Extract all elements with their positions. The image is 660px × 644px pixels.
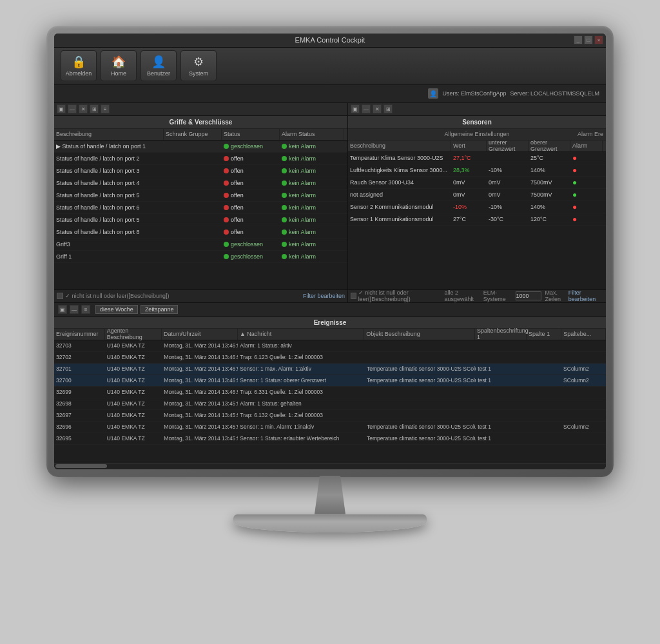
sensor-td-wert: 27°C	[451, 213, 487, 225]
sensoren-row[interactable]: Rauch Sensor 3000-U34 0mV 0mV 7500mV ●	[348, 177, 606, 189]
ereignisse-row[interactable]: 32700 U140 EMKA TZ Montag, 31. März 2014…	[54, 375, 606, 387]
ereig-td-spalte1	[476, 398, 527, 409]
griffe-filter-btn[interactable]: Filter bearbeiten	[303, 293, 345, 299]
scrollbar-thumb[interactable]	[55, 464, 107, 468]
griffe-td-status: offen	[222, 165, 280, 177]
ereig-td-spalte1: test 1	[476, 433, 527, 444]
alarm-dot	[282, 254, 287, 259]
griffe-tb-icon-5[interactable]: ≡	[101, 104, 110, 113]
ereig-tb-icon-2[interactable]: —	[70, 305, 79, 314]
close-button[interactable]: ×	[594, 35, 603, 44]
ereig-td-spalte1: test 1	[476, 375, 527, 386]
ereig-td-datum: Montag, 31. März 2014 13:45:55	[162, 398, 238, 409]
griffe-row[interactable]: Status of handle / latch on port 4 offen…	[54, 177, 347, 190]
sensoren-elm-input[interactable]	[516, 291, 541, 300]
ereignisse-row[interactable]: 32696 U140 EMKA TZ Montag, 31. März 2014…	[54, 422, 606, 433]
ereig-td-spalte	[527, 375, 561, 386]
th-status: Status	[222, 129, 280, 140]
alarm-dot	[282, 144, 287, 149]
ereignisse-row[interactable]: 32701 U140 EMKA TZ Montag, 31. März 2014…	[54, 364, 606, 375]
sensoren-row[interactable]: Luftfeuchtigkeits Klima Sensor 3000... 2…	[348, 164, 606, 177]
sensoren-row[interactable]: Sensor 2 Kommunikationsmodul -10% -10% 1…	[348, 201, 606, 213]
minimize-button[interactable]: _	[574, 35, 583, 44]
sensor-td-beschreibung: Rauch Sensor 3000-U34	[348, 177, 451, 188]
griffe-tb-icon-4[interactable]: ⊞	[90, 104, 99, 113]
abmelden-button[interactable]: 🔒 Abmelden	[61, 50, 97, 81]
sensor-td-beschreibung: Luftfeuchtigkeits Klima Sensor 3000...	[348, 164, 451, 176]
sensoren-row[interactable]: not assigned 0mV 0mV 7500mV ●	[348, 189, 606, 201]
sensoren-filter-btn[interactable]: Filter bearbeiten	[568, 289, 603, 302]
status-dot	[224, 229, 229, 235]
sensoren-tb-icon-1[interactable]: ▣	[351, 104, 360, 113]
alarm-dot	[282, 229, 287, 235]
griffe-row[interactable]: Status of handle / latch on port 2 offen…	[54, 153, 347, 165]
ereig-td-nr: 32703	[54, 340, 105, 351]
sensor-td-oberer: 25°C	[529, 152, 570, 164]
ereig-td-spalte	[527, 340, 561, 351]
ereig-td-spalte1: test 1	[476, 422, 527, 433]
ereig-td-nachricht: Sensor: 1 min. Alarm: 1:inaktiv	[238, 422, 365, 433]
sensor-td-unterer: -10%	[487, 201, 529, 213]
ereignisse-row[interactable]: 32695 U140 EMKA TZ Montag, 31. März 2014…	[54, 433, 606, 445]
griffe-row[interactable]: Status of handle / latch on port 5 offen…	[54, 190, 347, 202]
ereignisse-row[interactable]: 32699 U140 EMKA TZ Montag, 31. März 2014…	[54, 387, 606, 398]
griffe-td-alarm: kein Alarm	[280, 251, 344, 262]
monitor-neck	[304, 476, 356, 514]
griffe-tb-icon-3[interactable]: ✕	[79, 104, 88, 113]
ereig-td-nachricht: Trap: 6.132 Quelle: 1: Ziel 000003	[238, 410, 365, 421]
griffe-row[interactable]: Status of handle / latch on port 5 offen…	[54, 214, 347, 226]
sensoren-tb-icon-2[interactable]: —	[362, 104, 371, 113]
ereig-th-spalte1: Spaltenbeschriftung 1	[475, 329, 527, 340]
ereignisse-row[interactable]: 32703 U140 EMKA TZ Montag, 31. März 2014…	[54, 340, 606, 352]
benutzer-button[interactable]: 👤 Benutzer	[141, 50, 177, 81]
sensoren-tb-icon-4[interactable]: ⊞	[383, 104, 393, 113]
sensoren-row[interactable]: Sensor 1 Kommunikationsmodul 27°C -30°C …	[348, 213, 606, 226]
ereig-td-spalteb: SColumn2	[561, 364, 606, 375]
ereig-week-btn[interactable]: diese Woche	[95, 305, 138, 314]
ereignisse-row[interactable]: 32702 U140 EMKA TZ Montag, 31. März 2014…	[54, 352, 606, 364]
ereig-td-nr: 32702	[54, 352, 105, 363]
ereig-td-nachricht: Sensor: 1 Status: oberer Grenzwert	[238, 375, 365, 386]
sensoren-row[interactable]: Temperatur Klima Sensor 3000-U2S 27,1°C …	[348, 152, 606, 164]
window-title: EMKA Control Cockpit	[295, 36, 365, 44]
ereig-td-datum: Montag, 31. März 2014 13:45:55	[162, 433, 238, 444]
ereig-td-agent: U140 EMKA TZ	[105, 433, 162, 444]
sensoren-tb-icon-3[interactable]: ✕	[373, 104, 382, 113]
ereignisse-scrollbar[interactable]	[54, 463, 606, 469]
griffe-filter-checkbox[interactable]	[57, 293, 63, 299]
griffe-td-beschreibung: Status of handle / latch on port 3	[54, 165, 164, 177]
griffe-td-schrank	[164, 177, 222, 189]
griffe-row[interactable]: Status of handle / latch on port 8 offen…	[54, 226, 347, 239]
griffe-tb-icon-1[interactable]: ▣	[57, 104, 66, 113]
sensor-td-alarm: ●	[570, 189, 603, 200]
griffe-row[interactable]: Status of handle / latch on port 6 offen…	[54, 202, 347, 214]
ereig-time-btn[interactable]: Zeitspanne	[141, 305, 179, 314]
griffe-row[interactable]: Griff 1 geschlossen kein Alarm	[54, 251, 347, 263]
sensor-td-oberer: 140%	[529, 164, 570, 176]
top-panels: ▣ — ✕ ⊞ ≡ Griffe & Verschlüsse Beschreib…	[54, 103, 606, 303]
ereignisse-row[interactable]: 32698 U140 EMKA TZ Montag, 31. März 2014…	[54, 398, 606, 410]
system-button[interactable]: ⚙ System	[180, 50, 217, 81]
home-button[interactable]: 🏠 Home	[101, 50, 137, 81]
griffe-panel: ▣ — ✕ ⊞ ≡ Griffe & Verschlüsse Beschreib…	[54, 103, 348, 302]
alarm-text: kein Alarm	[289, 241, 316, 248]
maximize-button[interactable]: □	[584, 35, 593, 44]
ereig-td-spalte1	[476, 410, 527, 421]
griffe-td-status: offen	[222, 214, 280, 226]
griffe-header: Griffe & Verschlüsse	[54, 116, 347, 129]
sensoren-filter-checkbox[interactable]	[351, 293, 356, 299]
ereig-td-spalte	[527, 422, 561, 433]
griffe-row[interactable]: Griff3 geschlossen kein Alarm	[54, 239, 347, 251]
griffe-tb-icon-2[interactable]: —	[68, 104, 77, 113]
ereignisse-row[interactable]: 32697 U140 EMKA TZ Montag, 31. März 2014…	[54, 410, 606, 422]
griffe-td-beschreibung: Status of handle / latch on port 2	[54, 153, 164, 164]
griffe-row[interactable]: ▶ Status of handle / latch on port 1 ges…	[54, 141, 347, 153]
sensor-th-beschreibung: Beschreibung	[348, 141, 451, 151]
monitor-outer: EMKA Control Cockpit _ □ × 🔒 Abmelden 🏠 …	[34, 26, 626, 619]
sensor-td-alarm: ●	[570, 164, 603, 176]
sensoren-elm-label: ELM-Systeme	[483, 289, 512, 302]
ereig-tb-icon-1[interactable]: ▣	[58, 305, 67, 314]
griffe-row[interactable]: Status of handle / latch on port 3 offen…	[54, 165, 347, 177]
ereig-tb-icon-3[interactable]: ≡	[81, 305, 90, 314]
home-icon: 🏠	[112, 55, 126, 69]
